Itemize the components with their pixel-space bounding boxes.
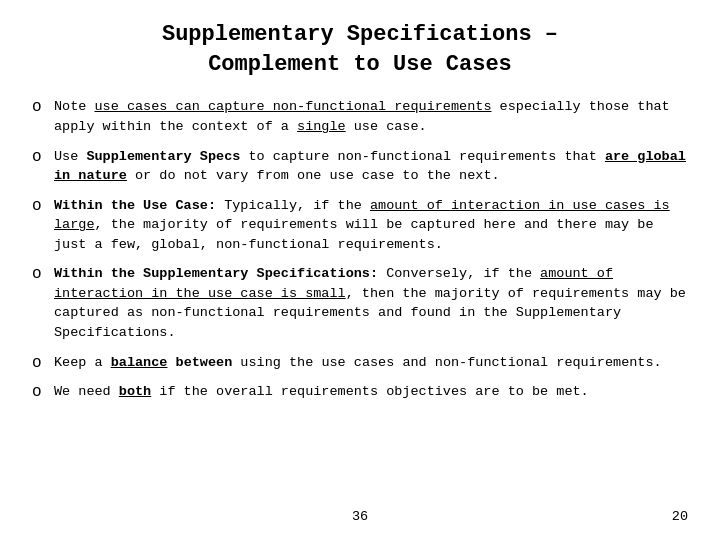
- slide-title: Supplementary Specifications – Complemen…: [32, 20, 688, 79]
- slide-container: Supplementary Specifications – Complemen…: [0, 0, 720, 540]
- bullet-char: o: [32, 197, 46, 215]
- bullet-char: o: [32, 98, 46, 116]
- bullet-char: o: [32, 354, 46, 372]
- list-item: o We need both if the overall requiremen…: [32, 382, 688, 402]
- page-number: 36: [352, 509, 368, 524]
- bullet-text-4: Within the Supplementary Specifications:…: [54, 264, 688, 342]
- list-item: o Within the Supplementary Specification…: [32, 264, 688, 342]
- list-item: o Keep a balance between using the use c…: [32, 353, 688, 373]
- bullet-text-6: We need both if the overall requirements…: [54, 382, 589, 402]
- list-item: o Note use cases can capture non-functio…: [32, 97, 688, 136]
- list-item: o Within the Use Case: Typically, if the…: [32, 196, 688, 255]
- bullet-text-5: Keep a balance between using the use cas…: [54, 353, 662, 373]
- underline-text: use cases can capture non-functional req…: [95, 99, 492, 114]
- bullet-char: o: [32, 148, 46, 166]
- bullet-text-2: Use Supplementary Specs to capture non-f…: [54, 147, 688, 186]
- slide-footer: 36 20: [32, 509, 688, 524]
- bold-text: Supplementary Specs: [86, 149, 240, 164]
- bullet-text-3: Within the Use Case: Typically, if the a…: [54, 196, 688, 255]
- bullet-char: o: [32, 265, 46, 283]
- bullet-char: o: [32, 383, 46, 401]
- bold-text: Within the Use Case:: [54, 198, 216, 213]
- bold-text: between: [176, 355, 233, 370]
- underline-text: single: [297, 119, 346, 134]
- bullet-list: o Note use cases can capture non-functio…: [32, 97, 688, 499]
- bullet-text-1: Note use cases can capture non-functiona…: [54, 97, 688, 136]
- slide-number: 20: [672, 509, 688, 524]
- bold-text: Within the Supplementary Specifications:: [54, 266, 378, 281]
- underline-bold-text: both: [119, 384, 151, 399]
- underline-bold-text: balance: [111, 355, 168, 370]
- list-item: o Use Supplementary Specs to capture non…: [32, 147, 688, 186]
